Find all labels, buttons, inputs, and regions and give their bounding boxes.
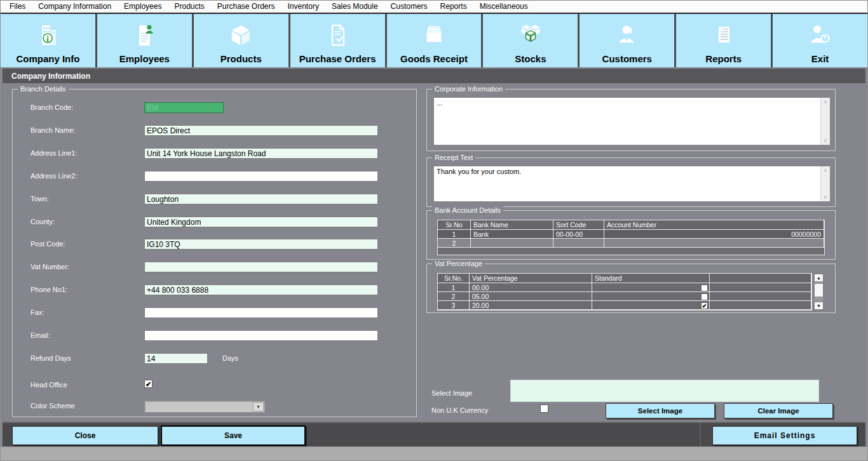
toolbar: Company Info Employees (1, 13, 867, 67)
select-image-button[interactable]: Select Image (606, 403, 715, 418)
corporate-information-textarea[interactable]: ... ∧ ∨ (433, 97, 831, 145)
town-input[interactable] (144, 194, 378, 204)
menu-bar: Files Company Information Employees Prod… (1, 1, 867, 13)
bank-row-name: Bank (471, 230, 553, 239)
fax-label: Fax: (31, 309, 44, 316)
fax-row: Fax: (13, 307, 416, 320)
reports-icon (710, 20, 738, 51)
county-label: County: (31, 218, 55, 225)
close-button[interactable]: Close (12, 426, 158, 445)
address1-input[interactable] (144, 148, 378, 159)
scroll-up-icon[interactable]: ∧ (824, 99, 827, 105)
vat-table-row[interactable]: 2 05.00 (438, 292, 811, 301)
menu-products[interactable]: Products (168, 1, 210, 12)
refund-days-input[interactable] (144, 353, 208, 364)
menu-company-information[interactable]: Company Information (32, 1, 118, 12)
vat-row-sr: 2 (438, 292, 470, 301)
toolbar-exit-button[interactable]: Exit (773, 14, 867, 67)
vat-table-row[interactable]: 3 20.00 ✔ (438, 301, 811, 310)
vat-table-row[interactable]: 1 00.00 (438, 283, 811, 292)
non-uk-currency-checkbox[interactable] (540, 404, 548, 413)
fax-input[interactable] (144, 307, 378, 318)
vat-row-sr: 3 (438, 301, 470, 310)
branch-name-row: Branch Name: (13, 125, 416, 138)
color-scheme-row: Color Scheme ▼ (13, 401, 416, 413)
non-uk-currency-label: Non U.K Currency (431, 406, 488, 414)
receipt-text-textarea[interactable]: Thank you for your custom. ∧ ∨ (433, 166, 831, 202)
bank-table-row[interactable]: 1 Bank 00-00-00 00000000 (438, 230, 824, 239)
toolbar-employees-button[interactable]: Employees (97, 14, 192, 67)
toolbar-customers-button[interactable]: Customers (580, 14, 674, 67)
vat-row-standard-cell (592, 292, 710, 301)
vat-row-sr: 1 (438, 283, 470, 292)
image-path-field[interactable] (510, 380, 819, 402)
chevron-down-icon[interactable]: ▼ (253, 402, 264, 411)
branch-code-input[interactable] (144, 102, 224, 113)
footer-bar: Close Save Email Settings (3, 422, 865, 446)
corporate-information-scrollbar[interactable]: ∧ ∨ (820, 98, 830, 145)
vat-row-filler (710, 292, 811, 301)
menu-employees[interactable]: Employees (118, 1, 168, 12)
vat-row-sr: 4 (438, 310, 470, 311)
branch-code-row: Branch Code: (13, 102, 416, 115)
email-label: Email: (31, 331, 50, 339)
vat-standard-checkbox[interactable] (701, 293, 708, 300)
address2-label: Address Line2: (31, 172, 77, 180)
exit-icon (806, 20, 834, 51)
town-row: Town: (13, 194, 416, 206)
vat-number-input[interactable] (144, 262, 378, 272)
email-settings-button[interactable]: Email Settings (712, 426, 857, 445)
menu-reports[interactable]: Reports (434, 1, 473, 12)
bank-table-row[interactable]: 2 (438, 239, 824, 248)
scroll-down-icon[interactable]: ∨ (824, 138, 827, 144)
app-window: Files Company Information Employees Prod… (0, 0, 868, 461)
vat-table-row[interactable]: 4 (438, 310, 811, 311)
branch-name-input[interactable] (144, 125, 378, 136)
company-info-icon (34, 20, 62, 51)
corporate-information-legend: Corporate Information (432, 85, 505, 93)
toolbar-company-info-button[interactable]: Company Info (1, 14, 95, 67)
menu-files[interactable]: Files (3, 1, 32, 12)
branch-details-group: Branch Details Branch Code: Branch Name:… (12, 89, 417, 417)
post-code-label: Post Code: (31, 240, 65, 248)
vat-table-scrollbar[interactable]: ▲ ▼ (813, 273, 824, 311)
scroll-up-icon[interactable]: ∧ (824, 168, 827, 173)
color-scheme-dropdown[interactable]: ▼ (144, 401, 265, 413)
bank-row-name (471, 239, 553, 248)
vat-standard-checkbox[interactable] (701, 284, 708, 291)
bank-account-details-legend: Bank Account Details (432, 206, 503, 214)
email-row: Email: (13, 330, 416, 343)
receipt-text-scrollbar[interactable]: ∧ ∨ (820, 166, 830, 201)
save-button[interactable]: Save (161, 425, 306, 446)
address2-input[interactable] (144, 171, 378, 182)
menu-inventory[interactable]: Inventory (281, 1, 325, 12)
vat-percentage-table: Sr.No. Vat Percentage Standard 1 00.00 2… (437, 273, 812, 311)
vat-standard-checkbox[interactable]: ✔ (701, 302, 708, 309)
menu-purchase-orders[interactable]: Purchase Orders (211, 1, 281, 12)
toolbar-reports-button[interactable]: Reports (676, 14, 771, 67)
scroll-down-icon[interactable]: ▼ (814, 302, 824, 310)
menu-customers[interactable]: Customers (384, 1, 434, 12)
vat-row-filler (710, 283, 811, 292)
head-office-checkbox[interactable]: ✔ (144, 380, 153, 388)
toolbar-stocks-button[interactable]: Stocks (483, 14, 578, 67)
vat-header-filler (710, 274, 811, 283)
county-input[interactable] (144, 217, 378, 227)
menu-miscellaneous[interactable]: Miscellaneous (473, 1, 534, 12)
toolbar-goods-receipt-button[interactable]: Goods Receipt (387, 14, 482, 67)
post-code-input[interactable] (144, 239, 378, 250)
menu-sales-module[interactable]: Sales Module (325, 1, 384, 12)
vat-row-filler (710, 301, 811, 310)
toolbar-products-label: Products (220, 53, 262, 64)
phone-input[interactable] (144, 284, 378, 295)
email-input[interactable] (144, 330, 378, 341)
clear-image-button[interactable]: Clear Image (724, 403, 833, 418)
goods-receipt-icon (420, 20, 448, 51)
toolbar-exit-label: Exit (811, 53, 829, 64)
scroll-up-icon[interactable]: ▲ (814, 274, 824, 282)
scrollbar-thumb[interactable] (814, 283, 824, 297)
toolbar-products-button[interactable]: Products (194, 14, 288, 67)
select-image-label: Select Image (431, 389, 472, 397)
toolbar-purchase-orders-button[interactable]: Purchase Orders (290, 14, 385, 67)
scroll-down-icon[interactable]: ∨ (824, 194, 827, 200)
